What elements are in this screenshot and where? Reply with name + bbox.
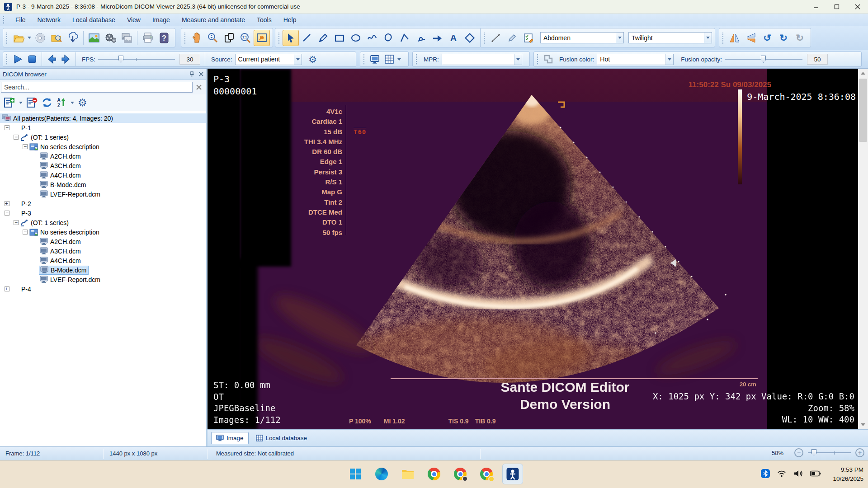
taskbar-explorer[interactable]: [397, 464, 418, 484]
tree-row-patient[interactable]: P-1: [0, 123, 206, 132]
menu-item-help[interactable]: Help: [278, 14, 302, 26]
annotations-list-button[interactable]: [520, 30, 537, 46]
single-view-button[interactable]: [368, 52, 382, 66]
taskbar-chrome[interactable]: [424, 464, 444, 484]
search-input[interactable]: [1, 82, 193, 93]
status-zoom-slider[interactable]: [808, 448, 851, 457]
download-study-button[interactable]: [65, 30, 81, 46]
scan-folder-button[interactable]: [48, 30, 65, 46]
taskbar-clock[interactable]: 9:53 PM 10/26/2025: [833, 465, 863, 483]
mpr-select[interactable]: [442, 54, 522, 65]
clear-search-button[interactable]: [194, 82, 204, 92]
zoom-tool-button[interactable]: [205, 30, 221, 46]
expand-icon[interactable]: [5, 201, 9, 206]
menu-item-local-database[interactable]: Local database: [66, 14, 121, 26]
palette-select[interactable]: Twilight: [628, 32, 712, 43]
fusion-color-select[interactable]: Hot: [597, 54, 674, 65]
fusion-opacity-handle[interactable]: [761, 56, 766, 63]
group-drag-handle[interactable]: [722, 32, 724, 44]
body-part-select[interactable]: Abdomen: [540, 32, 624, 43]
group-drag-handle[interactable]: [483, 32, 486, 44]
rotate-right-button[interactable]: ↻: [775, 30, 792, 46]
fps-slider-handle[interactable]: [118, 56, 123, 63]
battery-icon[interactable]: [810, 470, 821, 477]
collapse-icon[interactable]: [14, 135, 19, 140]
menu-item-measure-annotate[interactable]: Measure and annotate: [176, 14, 251, 26]
collapse-icon[interactable]: [23, 230, 28, 235]
pencil-tool-button[interactable]: [315, 30, 331, 46]
taskbar-edge[interactable]: [371, 464, 392, 484]
tree-row-series[interactable]: No series description: [0, 142, 206, 151]
tree-row-all-patients[interactable]: All patients(Patients: 4, Images: 20): [0, 113, 206, 123]
tree-row-image[interactable]: LVEF-Report.dcm: [0, 275, 206, 284]
bluetooth-icon[interactable]: [761, 469, 770, 478]
menu-item-view[interactable]: View: [121, 14, 146, 26]
group-drag-handle[interactable]: [184, 32, 186, 44]
fps-slider[interactable]: [98, 54, 175, 64]
add-to-list-dropdown[interactable]: [18, 95, 24, 110]
sort-dropdown[interactable]: [70, 95, 75, 110]
tree-row-image[interactable]: A2CH.dcm: [0, 237, 206, 246]
source-select[interactable]: Current patient: [235, 54, 302, 65]
tree-row-patient[interactable]: P-3: [0, 208, 206, 218]
collapse-icon[interactable]: [14, 220, 19, 225]
scroll-down-button[interactable]: [858, 420, 868, 429]
group-drag-handle[interactable]: [6, 53, 8, 65]
menu-drag-handle[interactable]: [3, 16, 5, 24]
scroll-up-button[interactable]: [858, 69, 868, 78]
menu-item-image[interactable]: Image: [146, 14, 176, 26]
tree-row-image[interactable]: A3CH.dcm: [0, 246, 206, 256]
viewer-scrollbar[interactable]: [858, 69, 868, 429]
start-button[interactable]: [345, 464, 366, 484]
taskbar-chrome-profile[interactable]: [450, 464, 471, 484]
remove-from-list-button[interactable]: [25, 96, 39, 109]
expand-icon[interactable]: [5, 286, 9, 291]
collapse-icon[interactable]: [23, 144, 28, 149]
tree-row-image[interactable]: A2CH.dcm: [0, 151, 206, 161]
menu-item-file[interactable]: File: [9, 14, 32, 26]
tree-row-study[interactable]: (OT: 1 series): [0, 132, 206, 142]
pan-tool-button[interactable]: [189, 30, 205, 46]
panel-close-icon[interactable]: [199, 72, 203, 76]
status-zoom-handle[interactable]: [811, 449, 816, 456]
pointer-tool-button[interactable]: [283, 30, 299, 46]
group-drag-handle[interactable]: [363, 53, 365, 65]
fit-to-window-button[interactable]: [254, 30, 270, 46]
group-drag-handle[interactable]: [415, 53, 418, 65]
draw-line-button[interactable]: [488, 30, 504, 46]
browser-settings-button[interactable]: ⚙: [77, 96, 88, 109]
refresh-button[interactable]: [41, 96, 53, 109]
export-image-button[interactable]: [86, 30, 102, 46]
text-tool-button[interactable]: A: [445, 30, 462, 46]
play-button[interactable]: [10, 52, 25, 66]
collapse-icon[interactable]: [5, 125, 9, 130]
tab-image[interactable]: Image: [211, 432, 249, 444]
previous-frame-button[interactable]: [44, 52, 59, 66]
volume-icon[interactable]: [793, 469, 803, 478]
close-button[interactable]: [847, 0, 868, 14]
taskbar-microdicom[interactable]: [502, 464, 523, 484]
browse-frames-button[interactable]: [221, 30, 237, 46]
rotate-left-button[interactable]: ↺: [759, 30, 775, 46]
actual-size-button[interactable]: 1:1: [237, 30, 254, 46]
tree-row-image[interactable]: LVEF-Report.dcm: [0, 189, 206, 199]
group-drag-handle[interactable]: [278, 32, 280, 44]
flip-horizontal-button[interactable]: [726, 30, 743, 46]
print-button[interactable]: [140, 30, 156, 46]
tree-row-series[interactable]: No series description: [0, 227, 206, 237]
tree-row-patient[interactable]: P-4: [0, 284, 206, 294]
fusion-icon-button[interactable]: [541, 52, 556, 66]
arrow-tool-button[interactable]: [429, 30, 445, 46]
stop-button[interactable]: [25, 52, 39, 66]
group-drag-handle[interactable]: [6, 32, 8, 44]
tree-row-image[interactable]: A4CH.dcm: [0, 256, 206, 265]
open-file-dropdown[interactable]: [27, 30, 32, 46]
maximize-button[interactable]: [826, 0, 847, 14]
wifi-icon[interactable]: [777, 469, 787, 478]
polyline-tool-button[interactable]: [364, 30, 380, 46]
open-cd-button[interactable]: [32, 30, 48, 46]
line-tool-button[interactable]: [299, 30, 315, 46]
draw-pencil-button[interactable]: [504, 30, 520, 46]
cobb-angle-tool-button[interactable]: [413, 30, 429, 46]
minimize-button[interactable]: [806, 0, 826, 14]
